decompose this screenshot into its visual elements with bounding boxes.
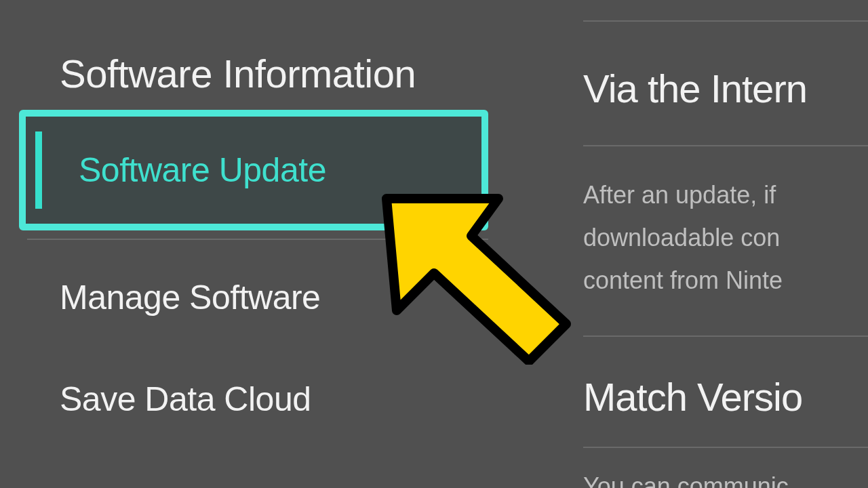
content-pane: Via the Intern After an update, ifdownlo… [519,0,868,488]
menu-item-label: Save Data Cloud [60,380,311,419]
divider [27,239,488,240]
section-body-via-internet: After an update, ifdownloadable conconte… [583,146,868,336]
sidebar-heading: Software Information [0,0,519,96]
menu-item-save-data-cloud[interactable]: Save Data Cloud [0,348,519,450]
settings-sidebar: Software Information Software Update Man… [0,0,519,488]
section-body-match-version: You can communic [583,448,868,488]
sidebar-menu: Software Update Manage Software Save Dat… [0,110,519,450]
settings-layout: Software Information Software Update Man… [0,0,868,488]
menu-item-label: Manage Software [60,278,320,317]
menu-item-label: Software Update [79,150,326,190]
menu-item-manage-software[interactable]: Manage Software [0,247,519,348]
menu-item-software-update[interactable]: Software Update [19,110,488,230]
section-heading-match-version[interactable]: Match Versio [583,337,868,447]
section-heading-via-internet[interactable]: Via the Intern [583,22,868,145]
